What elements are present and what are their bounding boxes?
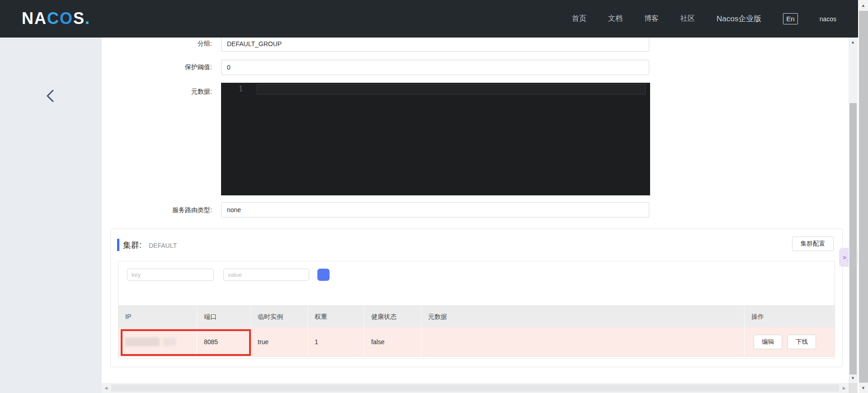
language-toggle-button[interactable]: En (783, 13, 797, 24)
edit-instance-button[interactable]: 编辑 (754, 335, 782, 349)
col-header-metadata: 元数据 (421, 306, 745, 327)
instance-panel: IP 端口 临时实例 权重 健康状态 元数据 操作 8085 true 1 (118, 261, 835, 359)
window-scroll-down-icon[interactable]: ▼ (861, 386, 865, 390)
username-menu[interactable]: nacos (820, 15, 836, 23)
window-vertical-scrollbar[interactable]: ▲ ▼ (859, 0, 868, 393)
navbar-menu: 首页 文档 博客 社区 Nacos企业版 En nacos (572, 0, 836, 38)
instance-table-header: IP 端口 临时实例 权重 健康状态 元数据 操作 (118, 306, 835, 327)
cell-healthy: false (364, 327, 421, 356)
page-horizontal-scrollbar[interactable]: ◀ ▶ (102, 383, 849, 393)
metadata-code-editor[interactable]: 1 (221, 83, 650, 195)
back-button[interactable] (43, 88, 58, 104)
left-sidebar (0, 38, 102, 393)
scroll-right-icon[interactable]: ▶ (843, 386, 846, 390)
nav-item-community[interactable]: 社区 (680, 14, 695, 24)
page-vertical-scrollbar[interactable]: ▲ ▼ (849, 38, 858, 383)
routing-type-input[interactable] (221, 202, 649, 218)
scroll-up-icon[interactable]: ▲ (851, 40, 855, 44)
nav-item-home[interactable]: 首页 (572, 14, 586, 24)
col-header-actions: 操作 (745, 306, 835, 327)
filter-search-button[interactable] (317, 269, 330, 281)
instance-table-row: 8085 true 1 false 编辑 下线 (118, 327, 835, 357)
col-header-ephemeral: 临时实例 (251, 306, 308, 327)
metadata-key-filter-input[interactable] (127, 269, 214, 281)
scroll-down-icon[interactable]: ▼ (851, 376, 855, 380)
vertical-scrollbar-thumb[interactable] (849, 103, 857, 374)
logo-dot: . (85, 9, 90, 28)
threshold-label: 保护阈值: (104, 63, 212, 71)
scroll-left-icon[interactable]: ◀ (104, 386, 108, 390)
logo-letter-s: S (73, 9, 85, 28)
routing-type-label: 服务路由类型: (104, 206, 212, 214)
cluster-card: 集群: DEFAULT 集群配置 IP 端口 临时实例 权重 健康状态 元数据 … (110, 228, 843, 367)
editor-line-number: 1 (232, 85, 243, 93)
metadata-value-filter-input[interactable] (223, 269, 309, 281)
cluster-config-button[interactable]: 集群配置 (792, 237, 834, 251)
cell-metadata (421, 327, 745, 356)
cell-port: 8085 (197, 327, 251, 356)
window-scrollbar-thumb[interactable] (859, 11, 868, 383)
col-header-healthy: 健康状态 (364, 306, 421, 327)
logo-letter-c: C (47, 9, 60, 28)
cluster-accent-bar (117, 239, 119, 251)
instance-table: IP 端口 临时实例 权重 健康状态 元数据 操作 8085 true 1 (118, 305, 835, 357)
nav-item-blog[interactable]: 博客 (644, 14, 659, 24)
cell-ip-redacted (118, 327, 197, 356)
cluster-name: DEFAULT (149, 242, 177, 249)
nav-item-enterprise[interactable]: Nacos企业版 (717, 14, 761, 24)
nav-item-docs[interactable]: 文档 (608, 14, 623, 24)
threshold-input[interactable] (221, 60, 649, 75)
nacos-service-detail-page: NACOS. 首页 文档 博客 社区 Nacos企业版 En nacos 分组:… (0, 0, 868, 393)
cluster-title: 集群: (123, 240, 142, 251)
cell-weight: 1 (308, 327, 364, 356)
cell-ephemeral: true (251, 327, 308, 356)
nacos-logo[interactable]: NACOS. (22, 9, 90, 28)
offline-instance-button[interactable]: 下线 (788, 335, 816, 349)
scrollbar-corner (849, 383, 858, 393)
col-header-port: 端口 (197, 306, 251, 327)
redacted-ip-blob (125, 337, 160, 346)
chevron-left-icon (43, 88, 58, 104)
group-label: 分组: (104, 40, 212, 48)
editor-active-line (257, 84, 646, 95)
top-navbar: NACOS. 首页 文档 博客 社区 Nacos企业版 En nacos (0, 0, 858, 38)
metadata-label: 元数据: (104, 88, 212, 96)
redacted-ip-blob-2 (163, 338, 176, 346)
col-header-weight: 权重 (308, 306, 364, 327)
horizontal-scrollbar-thumb[interactable] (111, 384, 839, 392)
col-header-ip: IP (118, 306, 197, 327)
window-scroll-up-icon[interactable]: ▲ (861, 4, 865, 8)
cell-actions: 编辑 下线 (745, 327, 835, 356)
logo-letter-o: O (60, 9, 73, 28)
logo-text-white: NA (22, 9, 47, 28)
group-input[interactable] (221, 36, 649, 52)
